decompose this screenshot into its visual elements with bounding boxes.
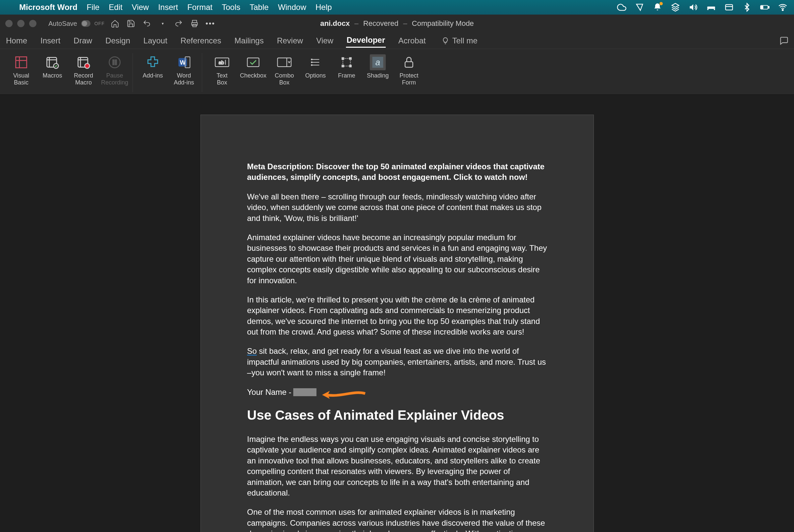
svg-point-8 [782, 9, 783, 11]
checkbox-label: Checkbox [240, 72, 266, 79]
tab-draw[interactable]: Draw [73, 34, 93, 48]
wifi-icon[interactable] [778, 3, 787, 12]
undo-dropdown-icon[interactable]: ▾ [158, 19, 167, 28]
more-icon[interactable]: ••• [206, 19, 215, 28]
toggle-icon [81, 20, 91, 27]
lightbulb-icon [442, 37, 449, 44]
paragraph-1[interactable]: We've all been there – scrolling through… [247, 191, 547, 224]
undo-icon[interactable] [143, 19, 151, 28]
options-button[interactable]: Options [302, 53, 329, 92]
paragraph-2[interactable]: Animated explainer videos have become an… [247, 232, 547, 286]
meta-description[interactable]: Meta Description: Discover the top 50 an… [247, 161, 547, 183]
word-addins-icon: W [176, 54, 192, 70]
svg-rect-2 [714, 9, 715, 10]
shading-icon: a [370, 54, 386, 70]
svg-rect-25 [247, 58, 259, 66]
checkbox-icon [245, 54, 261, 70]
cloud-sync-icon[interactable] [617, 3, 626, 12]
combo-box-label: Combo Box [275, 72, 294, 86]
svg-rect-36 [349, 58, 352, 60]
svg-rect-37 [342, 65, 344, 67]
autosave-toggle[interactable]: AutoSave OFF [49, 20, 105, 27]
close-window-button[interactable] [5, 20, 13, 27]
tab-mailings[interactable]: Mailings [234, 34, 264, 48]
menu-edit[interactable]: Edit [109, 3, 122, 12]
save-icon[interactable] [127, 19, 135, 28]
paragraph-6[interactable]: One of the most common uses for animated… [247, 507, 547, 532]
name-line[interactable]: Your Name - [247, 387, 547, 398]
visual-basic-button[interactable]: Visual Basic [7, 53, 35, 92]
heading-use-cases[interactable]: Use Cases of Animated Explainer Videos [247, 406, 547, 424]
svg-rect-1 [707, 9, 708, 10]
name-label: Your Name - [247, 387, 291, 398]
checkbox-button[interactable]: Checkbox [239, 53, 267, 92]
menu-insert[interactable]: Insert [158, 3, 178, 12]
word-addins-button[interactable]: W Word Add-ins [170, 53, 198, 92]
paragraph-4[interactable]: So sit back, relax, and get ready for a … [247, 346, 547, 378]
mac-menubar: Microsoft Word File Edit View Insert For… [0, 0, 794, 15]
bluetooth-icon[interactable] [742, 3, 752, 12]
svg-point-32 [311, 62, 312, 63]
macros-button[interactable]: Macros [38, 53, 66, 92]
tab-acrobat[interactable]: Acrobat [398, 34, 427, 48]
control-center-icon[interactable] [724, 3, 734, 12]
tell-me-search[interactable]: Tell me [442, 36, 477, 45]
name-text-field[interactable] [293, 388, 317, 396]
menu-file[interactable]: File [87, 3, 100, 12]
protect-form-button[interactable]: Protect Form [395, 53, 423, 92]
protect-form-icon [401, 54, 417, 70]
tab-review[interactable]: Review [277, 34, 304, 48]
print-icon[interactable] [190, 19, 199, 28]
tab-home[interactable]: Home [5, 34, 28, 48]
svg-rect-35 [342, 58, 344, 60]
minimize-window-button[interactable] [17, 20, 24, 27]
home-icon[interactable] [111, 19, 119, 28]
comments-pane-icon[interactable] [779, 36, 789, 45]
tab-insert[interactable]: Insert [40, 34, 61, 48]
paragraph-3[interactable]: In this article, we're thrilled to prese… [247, 294, 547, 338]
paragraph-5[interactable]: Imagine the endless ways you can use eng… [247, 434, 547, 498]
tab-layout[interactable]: Layout [143, 34, 168, 48]
notification-bell-icon[interactable] [653, 3, 662, 12]
doc-status-compat: Compatibility Mode [412, 19, 474, 27]
tab-view[interactable]: View [316, 34, 334, 48]
bed-icon[interactable] [706, 3, 716, 12]
options-label: Options [305, 72, 326, 79]
app-name[interactable]: Microsoft Word [19, 3, 78, 12]
spelling-underline[interactable]: So [247, 346, 257, 356]
redo-icon[interactable] [174, 19, 183, 28]
stack-icon[interactable] [671, 3, 680, 12]
addins-label: Add-ins [143, 72, 163, 79]
document-canvas[interactable]: Meta Description: Discover the top 50 an… [0, 95, 794, 532]
addins-icon [145, 54, 161, 70]
keyboard-icon[interactable] [635, 3, 644, 12]
shading-button[interactable]: a Shading [364, 53, 392, 92]
tab-developer[interactable]: Developer [346, 34, 386, 48]
tab-design[interactable]: Design [105, 34, 131, 48]
svg-rect-7 [768, 6, 769, 8]
combo-box-button[interactable]: Combo Box [270, 53, 298, 92]
menu-tools[interactable]: Tools [222, 3, 240, 12]
zoom-window-button[interactable] [29, 20, 36, 27]
text-box-label: Text Box [216, 72, 227, 86]
volume-icon[interactable] [688, 3, 698, 12]
battery-icon[interactable] [760, 3, 770, 12]
menu-table[interactable]: Table [249, 3, 268, 12]
text-box-button[interactable]: ab Text Box [208, 53, 236, 92]
menu-view[interactable]: View [132, 3, 149, 12]
svg-point-15 [85, 63, 90, 69]
autosave-state: OFF [94, 21, 105, 26]
menu-window[interactable]: Window [278, 3, 306, 12]
record-macro-button[interactable]: Record Macro [70, 53, 97, 92]
menu-help[interactable]: Help [316, 3, 332, 12]
tell-me-label: Tell me [452, 36, 477, 45]
document-page[interactable]: Meta Description: Discover the top 50 an… [201, 115, 594, 532]
menu-format[interactable]: Format [187, 3, 212, 12]
addins-button[interactable]: Add-ins [139, 53, 167, 92]
tab-references[interactable]: References [180, 34, 222, 48]
svg-point-31 [311, 59, 312, 60]
ribbon-developer: Visual Basic Macros Record Macro Pause R… [0, 49, 794, 95]
svg-point-16 [109, 57, 120, 68]
ribbon-tabs: Home Insert Draw Design Layout Reference… [0, 33, 794, 49]
frame-button[interactable]: Frame [333, 53, 361, 92]
